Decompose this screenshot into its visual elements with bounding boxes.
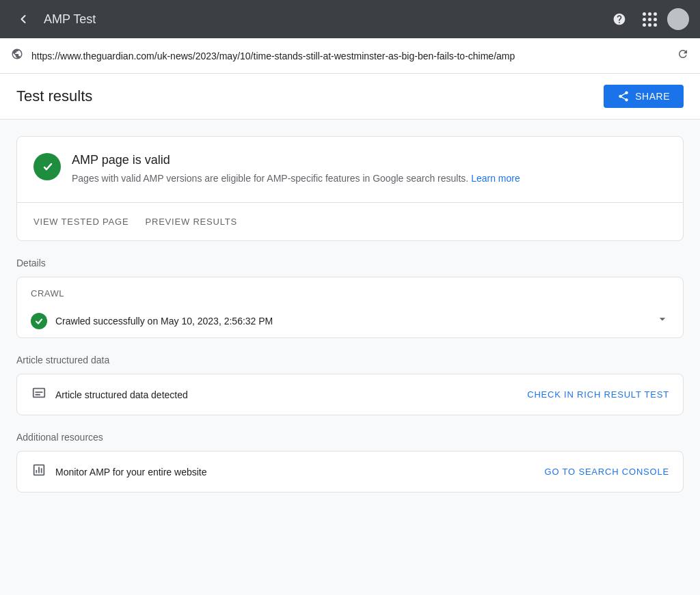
view-tested-page-button[interactable]: VIEW TESTED PAGE	[33, 211, 129, 232]
page-title: AMP Test	[44, 12, 599, 27]
avatar-image	[667, 8, 689, 30]
apps-button[interactable]	[637, 7, 662, 31]
search-console-button[interactable]: GO TO SEARCH CONSOLE	[545, 467, 669, 477]
monitor-left: Monitor AMP for your entire website	[31, 462, 207, 481]
article-section-label: Article structured data	[16, 355, 684, 365]
valid-description: Pages with valid AMP versions are eligib…	[72, 171, 520, 186]
crawl-card: Crawl Crawled successfully on May 10, 20…	[16, 277, 684, 338]
svg-point-0	[33, 153, 61, 180]
monitor-icon	[31, 462, 47, 481]
globe-icon	[11, 48, 23, 64]
results-header: Test results SHARE	[0, 74, 700, 120]
valid-section: AMP page is valid Pages with valid AMP v…	[17, 137, 683, 203]
additional-card: Monitor AMP for your entire website GO T…	[16, 451, 684, 493]
article-detected-text: Article structured data detected	[55, 389, 188, 400]
card-actions: VIEW TESTED PAGE PREVIEW RESULTS	[17, 203, 683, 240]
preview-results-button[interactable]: PREVIEW RESULTS	[145, 211, 237, 232]
article-card: Article structured data detected CHECK I…	[16, 374, 684, 415]
main-content: AMP page is valid Pages with valid AMP v…	[0, 120, 700, 525]
avatar[interactable]	[667, 8, 689, 30]
crawl-expand-button[interactable]	[656, 312, 669, 329]
share-icon	[617, 90, 630, 102]
valid-check-icon	[33, 153, 61, 180]
top-actions	[607, 7, 689, 31]
check-rich-result-button[interactable]: CHECK IN RICH RESULT TEST	[527, 389, 669, 400]
article-row: Article structured data detected CHECK I…	[17, 374, 683, 415]
grid-icon	[643, 12, 657, 27]
share-button[interactable]: SHARE	[604, 85, 684, 108]
results-title: Test results	[16, 87, 92, 105]
back-button[interactable]	[11, 7, 36, 31]
url-display: https://www.theguardian.com/uk-news/2023…	[31, 51, 669, 61]
valid-heading: AMP page is valid	[72, 153, 520, 167]
crawl-header: Crawl	[17, 277, 683, 304]
svg-point-1	[31, 313, 47, 329]
crawl-check-icon	[31, 313, 47, 329]
top-bar: AMP Test	[0, 0, 700, 38]
learn-more-link[interactable]: Learn more	[471, 173, 520, 184]
valid-text: AMP page is valid Pages with valid AMP v…	[72, 153, 520, 186]
crawl-status: Crawled successfully on May 10, 2023, 2:…	[55, 316, 273, 327]
valid-amp-card: AMP page is valid Pages with valid AMP v…	[16, 136, 684, 241]
share-label: SHARE	[635, 91, 670, 102]
monitor-row: Monitor AMP for your entire website GO T…	[17, 452, 683, 492]
details-section-label: Details	[16, 258, 684, 268]
help-button[interactable]	[607, 7, 632, 31]
article-left: Article structured data detected	[31, 385, 188, 404]
additional-section-label: Additional resources	[16, 432, 684, 443]
monitor-text: Monitor AMP for your entire website	[55, 467, 207, 478]
crawl-row: Crawled successfully on May 10, 2023, 2:…	[17, 304, 683, 337]
chevron-down-icon	[656, 312, 669, 326]
url-bar: https://www.theguardian.com/uk-news/2023…	[0, 38, 700, 74]
crawl-row-left: Crawled successfully on May 10, 2023, 2:…	[31, 313, 273, 329]
refresh-button[interactable]	[677, 48, 689, 64]
article-icon	[31, 385, 47, 404]
